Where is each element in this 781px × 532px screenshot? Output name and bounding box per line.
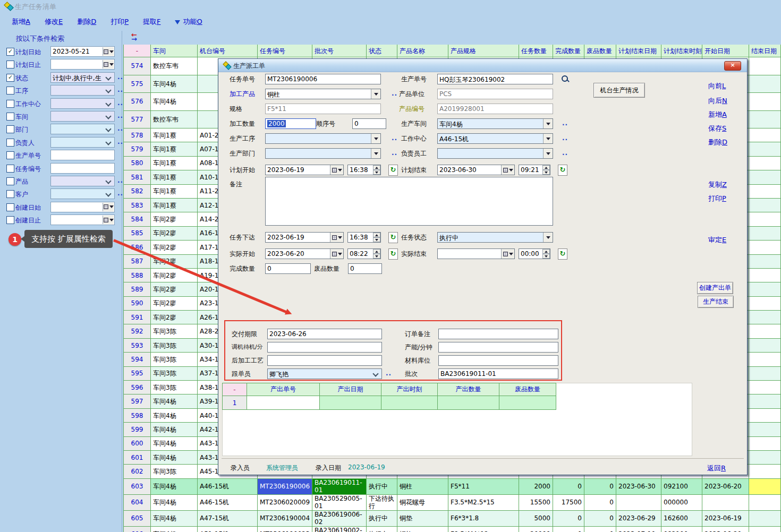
more-button[interactable]: ..: [117, 73, 123, 81]
cell-workshop[interactable]: 车间3陈: [151, 381, 198, 394]
cell-num[interactable]: 593: [123, 339, 151, 353]
cell-num[interactable]: 576: [123, 93, 151, 111]
cell-machine[interactable]: A46-15机: [198, 495, 258, 511]
cell-qty[interactable]: 20000: [519, 527, 553, 532]
cell-end_date[interactable]: [749, 423, 781, 436]
select-工序[interactable]: [50, 85, 115, 96]
time-spinner[interactable]: [373, 233, 380, 242]
column-header-开始日期[interactable]: 开始日期: [702, 45, 749, 57]
cell-num[interactable]: 605: [123, 511, 151, 527]
toolbar-item-修改[interactable]: 修改E: [45, 17, 63, 27]
dropdown-button[interactable]: [543, 134, 553, 143]
cell-end_date[interactable]: [749, 495, 781, 511]
cell-start_date[interactable]: 2023-06-19: [702, 511, 749, 527]
delete-link[interactable]: 删除D: [708, 138, 727, 147]
add-link[interactable]: 新增A: [708, 110, 727, 119]
toolbar-item-提取[interactable]: 提取F: [143, 17, 160, 27]
cell-end_date[interactable]: [749, 111, 781, 129]
status-select[interactable]: 执行中: [437, 232, 553, 243]
cell-num[interactable]: 584: [123, 212, 151, 226]
more-button[interactable]: ..: [117, 86, 123, 93]
checkbox-工作中心[interactable]: [6, 100, 14, 108]
cell-machine[interactable]: A51-15机: [198, 527, 258, 532]
select-车间[interactable]: [50, 111, 115, 122]
machine-status-button[interactable]: 机台生产情况: [593, 83, 645, 98]
checkbox-车间[interactable]: [6, 113, 14, 121]
toolbar-item-删除[interactable]: 删除D: [77, 17, 96, 27]
cell-plan_end_time[interactable]: 162600: [661, 511, 702, 527]
column-header-状态[interactable]: 状态: [367, 45, 397, 57]
checkbox-计划日止[interactable]: [6, 61, 14, 68]
next-link[interactable]: 向后N: [708, 96, 727, 106]
output-cell[interactable]: [247, 396, 320, 410]
staff-select[interactable]: [437, 148, 553, 159]
calendar-icon[interactable]: [103, 216, 114, 224]
table-row[interactable]: 603车间4杨A46-15机MT2306190006BA230619011-01…: [123, 479, 781, 495]
date-input-计划日始[interactable]: 2023-05-21: [50, 46, 115, 57]
refresh-icon[interactable]: ↻: [388, 248, 398, 260]
cell-end_date[interactable]: [749, 185, 781, 199]
checkbox-生产单号[interactable]: [6, 151, 14, 159]
spin-down-icon[interactable]: [373, 237, 380, 242]
cell-batch[interactable]: BA230529005-01: [312, 495, 367, 511]
more-button[interactable]: ..: [392, 90, 397, 97]
swap-columns-icon[interactable]: ←→: [131, 33, 142, 42]
approve-link[interactable]: 审定E: [708, 235, 726, 245]
cell-end_date[interactable]: [749, 297, 781, 311]
copy-link[interactable]: 复制Z: [708, 180, 727, 190]
cell-end_date[interactable]: [749, 128, 781, 142]
table-row[interactable]: 606车间4杨A51-15机MT2306190023BA230619002-02…: [123, 527, 781, 532]
more-button[interactable]: ..: [117, 190, 123, 197]
cell-task[interactable]: MT2306190006: [258, 479, 312, 495]
cell-end_date[interactable]: [749, 199, 781, 212]
search-icon[interactable]: [561, 75, 570, 84]
cell-end_date[interactable]: [749, 241, 781, 254]
cell-end_date[interactable]: [749, 255, 781, 269]
cell-workshop[interactable]: 数控车韦: [151, 111, 198, 129]
time-spinner[interactable]: [542, 165, 550, 175]
cell-end_date[interactable]: [749, 381, 781, 394]
time-spinner[interactable]: [542, 249, 550, 259]
task_no-input[interactable]: MT2306190006: [265, 74, 381, 84]
cell-workshop[interactable]: 车间4杨: [151, 495, 198, 511]
cell-num[interactable]: 588: [123, 269, 151, 282]
more-button[interactable]: ..: [392, 134, 397, 142]
cell-spec[interactable]: F8.5*M4*12: [448, 527, 519, 532]
cell-num[interactable]: 602: [123, 465, 151, 478]
column-header-计划结束日期[interactable]: 计划结束日期: [616, 45, 661, 57]
cell-scrap[interactable]: 0: [584, 527, 616, 532]
prev-link[interactable]: 向前L: [708, 81, 726, 91]
calendar-icon[interactable]: [501, 249, 514, 259]
cell-workshop[interactable]: 车间1蔡: [151, 128, 198, 142]
checkbox-工序[interactable]: [6, 87, 14, 95]
order_note-input[interactable]: [438, 329, 558, 339]
select-产品[interactable]: [50, 176, 115, 186]
more-button[interactable]: ..: [117, 125, 123, 132]
cell-machine[interactable]: A46-15机: [198, 479, 258, 495]
date-input-计划日止[interactable]: [50, 59, 115, 70]
output-row-number[interactable]: 1: [222, 396, 247, 410]
calendar-icon[interactable]: [330, 233, 343, 242]
cell-num[interactable]: 582: [123, 185, 151, 199]
remark-textarea[interactable]: [265, 177, 553, 226]
cell-end_date[interactable]: [749, 282, 781, 296]
refresh-icon[interactable]: ↻: [388, 165, 398, 176]
calendar-icon[interactable]: [501, 165, 514, 175]
spin-up-icon[interactable]: [542, 249, 550, 254]
cell-num[interactable]: 598: [123, 409, 151, 423]
time-spinner[interactable]: [373, 165, 380, 175]
cell-end_date[interactable]: [749, 479, 781, 495]
cell-workshop[interactable]: 车间3陈: [151, 324, 198, 338]
cell-workshop[interactable]: 车间3陈: [151, 353, 198, 366]
more-button[interactable]: ..: [392, 149, 397, 157]
cell-task[interactable]: MT2306020009: [258, 495, 312, 511]
cell-status[interactable]: 执行中: [367, 527, 397, 532]
cell-end_date[interactable]: [749, 170, 781, 184]
cell-scrap[interactable]: 0: [584, 495, 616, 511]
select-状态[interactable]: 计划中,执行中,生: [50, 72, 115, 83]
cell-end_date[interactable]: [749, 367, 781, 381]
cell-end_date[interactable]: [749, 339, 781, 353]
product-select[interactable]: 铜柱: [265, 89, 381, 99]
cell-workshop[interactable]: 车间2廖: [151, 282, 198, 296]
cell-end_date[interactable]: [749, 269, 781, 282]
